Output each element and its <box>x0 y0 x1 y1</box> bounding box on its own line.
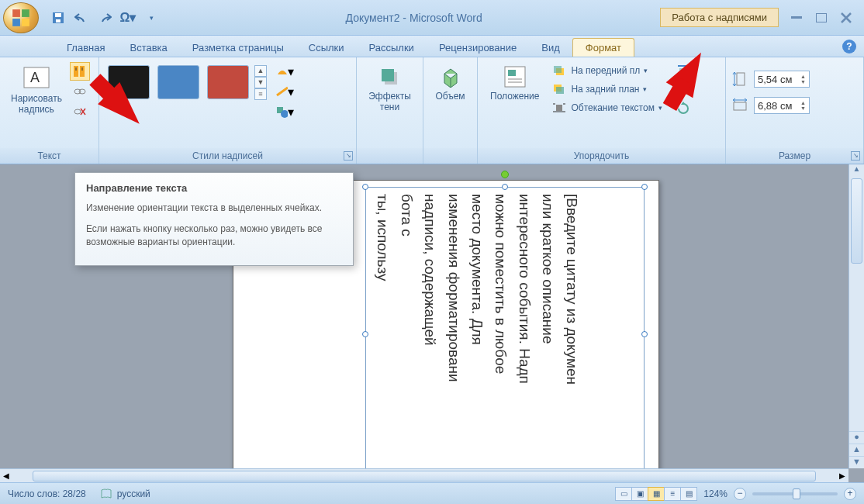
svg-rect-27 <box>556 87 564 94</box>
text-box[interactable]: [Введите цитату из докумен или краткое о… <box>365 187 645 482</box>
undo-icon[interactable] <box>73 9 90 26</box>
book-icon <box>100 488 112 499</box>
height-input[interactable]: 5,54 см▲▼ <box>754 71 810 88</box>
svg-rect-1 <box>22 9 29 17</box>
front-icon <box>551 64 567 78</box>
shape-fill-button[interactable]: ▾ <box>275 62 295 81</box>
ribbon-tabs: Главная Вставка Разметка страницы Ссылки… <box>0 36 864 57</box>
svg-point-15 <box>74 109 81 114</box>
resize-handle[interactable] <box>502 184 508 190</box>
resize-handle[interactable] <box>362 331 368 337</box>
resize-handle[interactable] <box>362 184 368 190</box>
wrap-icon <box>551 101 567 115</box>
size-launcher[interactable]: ↘ <box>851 151 860 161</box>
vertical-scrollbar[interactable]: ▲ ●▲▼ <box>848 164 864 468</box>
svg-rect-2 <box>12 19 20 26</box>
view-outline[interactable]: ≡ <box>664 487 681 501</box>
tab-insert[interactable]: Вставка <box>117 39 179 57</box>
status-bar: Число слов: 28/28 русский ▭ ▣ ▦ ≡ ▤ 124%… <box>0 482 864 504</box>
tab-format[interactable]: Формат <box>572 38 634 57</box>
height-icon <box>732 71 749 87</box>
svg-rect-19 <box>382 69 394 81</box>
zoom-in-button[interactable]: + <box>844 488 856 500</box>
svg-rect-20 <box>505 67 525 87</box>
tooltip-body-1: Изменение ориентации текста в выделенных… <box>86 202 342 215</box>
tab-review[interactable]: Рецензирование <box>427 39 529 57</box>
svg-rect-7 <box>791 16 802 19</box>
svg-rect-3 <box>22 19 29 26</box>
shadow-icon <box>378 65 402 88</box>
style-swatch-red[interactable] <box>207 65 249 99</box>
width-icon <box>732 98 749 113</box>
svg-rect-5 <box>55 13 61 17</box>
three-d-button[interactable]: Объем <box>429 62 471 105</box>
tab-mailings[interactable]: Рассылки <box>357 39 427 57</box>
send-to-back-button[interactable]: На задний план▾ <box>548 81 665 98</box>
scroll-thumb[interactable] <box>33 471 816 482</box>
create-link-button[interactable] <box>70 82 90 101</box>
group-text-label: Текст <box>0 148 98 164</box>
resize-handle[interactable] <box>641 184 648 190</box>
svg-rect-6 <box>56 19 60 22</box>
maximize-button[interactable] <box>811 11 831 25</box>
help-icon[interactable]: ? <box>842 40 856 54</box>
styles-launcher[interactable]: ↘ <box>344 151 353 161</box>
svg-rect-8 <box>816 13 827 22</box>
title-bar: Ω▾ ▾ Документ2 - Microsoft Word Работа с… <box>0 0 864 36</box>
zoom-slider[interactable] <box>752 492 838 495</box>
tab-home[interactable]: Главная <box>54 39 117 57</box>
window-title: Документ2 - Microsoft Word <box>168 12 660 24</box>
resize-handle[interactable] <box>641 331 648 337</box>
draw-textbox-button[interactable]: A Нарисовать надпись <box>6 62 67 118</box>
view-full-screen[interactable]: ▣ <box>631 487 648 501</box>
view-print-layout[interactable]: ▭ <box>615 487 632 501</box>
shadow-effects-button[interactable]: Эффекты тени <box>362 62 417 116</box>
quick-access-toolbar: Ω▾ ▾ <box>42 9 168 26</box>
scroll-thumb[interactable] <box>851 178 862 264</box>
change-shape-button[interactable]: ▾ <box>275 102 295 121</box>
svg-rect-25 <box>554 66 562 73</box>
close-button[interactable] <box>836 11 856 25</box>
save-icon[interactable] <box>50 9 67 26</box>
tab-references[interactable]: Ссылки <box>296 39 357 57</box>
tooltip-title: Направление текста <box>86 182 342 194</box>
redo-icon[interactable] <box>96 9 113 26</box>
minimize-button[interactable] <box>786 11 807 25</box>
zoom-level[interactable]: 124% <box>703 488 727 499</box>
omega-icon[interactable]: Ω▾ <box>119 9 137 26</box>
style-gallery-scroll[interactable]: ▲▼≡ <box>254 65 267 100</box>
tab-view[interactable]: Вид <box>529 39 572 57</box>
svg-rect-21 <box>508 70 516 76</box>
position-button[interactable]: Положение <box>484 62 545 105</box>
view-web-layout[interactable]: ▦ <box>648 487 665 501</box>
position-icon <box>503 65 527 88</box>
horizontal-scrollbar[interactable]: ◀ ▶ <box>0 468 848 482</box>
office-button[interactable] <box>3 2 39 33</box>
view-draft[interactable]: ▤ <box>680 487 697 501</box>
break-link-button[interactable] <box>70 102 90 121</box>
zoom-out-button[interactable]: − <box>734 488 746 500</box>
tab-page-layout[interactable]: Разметка страницы <box>180 39 296 57</box>
view-buttons: ▭ ▣ ▦ ≡ ▤ <box>616 487 697 501</box>
width-input[interactable]: 6,88 см▲▼ <box>754 97 810 114</box>
svg-rect-0 <box>12 9 20 17</box>
group-size-label: Размер↘ <box>726 148 863 164</box>
svg-point-14 <box>79 89 85 94</box>
back-icon <box>551 82 567 96</box>
text-direction-button[interactable] <box>70 62 90 81</box>
svg-rect-37 <box>737 73 745 85</box>
svg-rect-28 <box>556 105 562 111</box>
tooltip-body-2: Если нажать кнопку несколько раз, можно … <box>86 223 342 249</box>
bring-to-front-button[interactable]: На передний пл▾ <box>548 62 665 79</box>
style-swatch-blue[interactable] <box>157 65 199 99</box>
textbox-icon: A <box>22 65 50 90</box>
language-status[interactable]: русский <box>100 488 150 499</box>
word-count[interactable]: Число слов: 28/28 <box>8 488 86 499</box>
textbox-content[interactable]: [Введите цитату из докумен или краткое о… <box>366 188 588 481</box>
contextual-tab-label: Работа с надписями <box>660 8 779 27</box>
rotate-handle[interactable] <box>501 171 509 178</box>
svg-rect-39 <box>734 102 746 110</box>
text-wrapping-button[interactable]: Обтекание текстом▾ <box>548 99 665 116</box>
shape-outline-button[interactable]: ▾ <box>275 82 295 101</box>
qat-customize-icon[interactable]: ▾ <box>143 9 160 26</box>
